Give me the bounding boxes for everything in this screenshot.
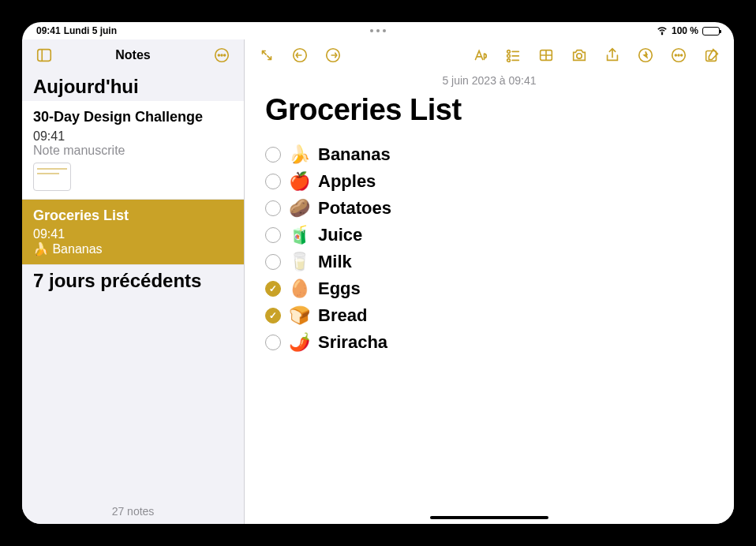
status-left: 09:41 Lundi 5 juin xyxy=(36,25,117,36)
check-text: Apples xyxy=(318,171,376,192)
sidebar-topbar: Notes xyxy=(22,39,244,71)
fullscreen-button[interactable] xyxy=(256,44,278,66)
note-item-time: 09:41 xyxy=(33,227,233,241)
svg-point-5 xyxy=(221,54,223,56)
home-indicator[interactable] xyxy=(430,516,548,519)
check-item[interactable]: 🍞Bread xyxy=(265,302,713,329)
check-text: Potatoes xyxy=(318,198,391,219)
svg-point-4 xyxy=(218,54,219,56)
check-text: Juice xyxy=(318,225,362,245)
check-text: Eggs xyxy=(318,279,361,299)
svg-point-6 xyxy=(224,54,226,56)
camera-button[interactable] xyxy=(568,44,590,66)
check-circle[interactable] xyxy=(265,254,281,270)
redo-button[interactable] xyxy=(322,44,344,66)
check-circle[interactable] xyxy=(265,308,281,323)
svg-point-21 xyxy=(675,54,676,56)
markup-button[interactable] xyxy=(634,44,657,66)
check-emoji: 🧃 xyxy=(289,225,310,245)
content-area: Notes Aujourd'hui 30-Day Design Challeng… xyxy=(22,39,734,524)
compose-button[interactable] xyxy=(701,44,723,66)
table-button[interactable] xyxy=(535,44,557,66)
note-thumbnail xyxy=(33,163,71,191)
check-circle[interactable] xyxy=(265,174,281,189)
toolbar-right xyxy=(469,44,723,66)
note-item-selected[interactable]: Groceries List 09:41 🍌 Bananas xyxy=(22,200,244,266)
check-text: Sriracha xyxy=(318,332,387,353)
status-bar: 09:41 Lundi 5 juin 100 % xyxy=(22,22,734,39)
sidebar-body[interactable]: Aujourd'hui 30-Day Design Challenge 09:4… xyxy=(22,71,244,499)
undo-button[interactable] xyxy=(289,44,311,66)
check-text: Bread xyxy=(318,305,367,326)
svg-point-23 xyxy=(681,54,683,56)
check-item[interactable]: 🥚Eggs xyxy=(265,275,713,302)
check-emoji: 🥚 xyxy=(289,279,310,299)
main-toolbar xyxy=(245,39,734,71)
multitask-button[interactable] xyxy=(370,29,386,32)
sidebar-more-button[interactable] xyxy=(211,44,233,66)
more-button[interactable] xyxy=(668,44,690,66)
battery-icon xyxy=(702,27,720,36)
svg-point-22 xyxy=(678,54,679,56)
section-today: Aujourd'hui xyxy=(22,71,244,101)
status-right: 100 % xyxy=(657,25,720,36)
check-item[interactable]: 🥛Milk xyxy=(265,249,713,275)
share-button[interactable] xyxy=(601,44,623,66)
ipad-frame: 09:41 Lundi 5 juin 100 % xyxy=(0,0,756,546)
wifi-icon xyxy=(657,25,668,36)
check-emoji: 🍎 xyxy=(289,171,310,192)
status-time: 09:41 xyxy=(36,25,61,36)
screen: 09:41 Lundi 5 juin 100 % xyxy=(22,22,734,524)
sidebar-footer: 27 notes xyxy=(22,499,244,524)
check-emoji: 🍌 xyxy=(289,144,310,165)
check-emoji: 🥔 xyxy=(289,198,310,219)
svg-point-13 xyxy=(507,59,511,62)
check-circle[interactable] xyxy=(265,227,281,243)
sidebar: Notes Aujourd'hui 30-Day Design Challeng… xyxy=(22,39,245,524)
note-title[interactable]: Groceries List xyxy=(245,93,734,141)
check-circle[interactable] xyxy=(265,281,281,297)
note-item[interactable]: 30-Day Design Challenge 09:41 Note manus… xyxy=(22,101,244,200)
note-item-title: Groceries List xyxy=(33,208,233,225)
svg-rect-1 xyxy=(38,50,51,62)
check-circle[interactable] xyxy=(265,200,281,216)
note-item-title: 30-Day Design Challenge xyxy=(33,109,233,126)
section-previous: 7 jours précédents xyxy=(22,265,244,295)
check-text: Milk xyxy=(318,252,352,272)
check-emoji: 🥛 xyxy=(289,252,310,272)
note-date: 5 juin 2023 à 09:41 xyxy=(245,71,734,93)
check-emoji: 🌶️ xyxy=(289,332,310,353)
note-item-time: 09:41 xyxy=(33,129,233,144)
check-item[interactable]: 🧃Juice xyxy=(265,222,713,249)
svg-point-9 xyxy=(507,50,511,54)
sidebar-toggle-button[interactable] xyxy=(33,44,55,66)
status-date: Lundi 5 juin xyxy=(64,25,117,36)
svg-point-11 xyxy=(507,54,511,58)
checklist[interactable]: 🍌Bananas🍎Apples🥔Potatoes🧃Juice🥛Milk🥚Eggs… xyxy=(245,141,734,356)
note-item-preview: Note manuscrite xyxy=(33,144,233,158)
svg-point-18 xyxy=(577,54,582,58)
battery-text: 100 % xyxy=(672,25,698,36)
text-format-button[interactable] xyxy=(469,44,491,66)
check-circle[interactable] xyxy=(265,147,281,163)
toolbar-left xyxy=(256,44,344,66)
check-item[interactable]: 🌶️Sriracha xyxy=(265,329,713,356)
check-item[interactable]: 🥔Potatoes xyxy=(265,195,713,222)
sidebar-title: Notes xyxy=(115,48,150,62)
check-circle[interactable] xyxy=(265,335,281,350)
checklist-button[interactable] xyxy=(502,44,524,66)
check-text: Bananas xyxy=(318,144,391,165)
check-item[interactable]: 🍎Apples xyxy=(265,168,713,195)
check-item[interactable]: 🍌Bananas xyxy=(265,141,713,168)
svg-point-0 xyxy=(661,34,662,35)
main-pane: 5 juin 2023 à 09:41 Groceries List 🍌Bana… xyxy=(245,39,734,524)
check-emoji: 🍞 xyxy=(289,305,310,326)
note-item-preview: 🍌 Bananas xyxy=(33,241,233,256)
